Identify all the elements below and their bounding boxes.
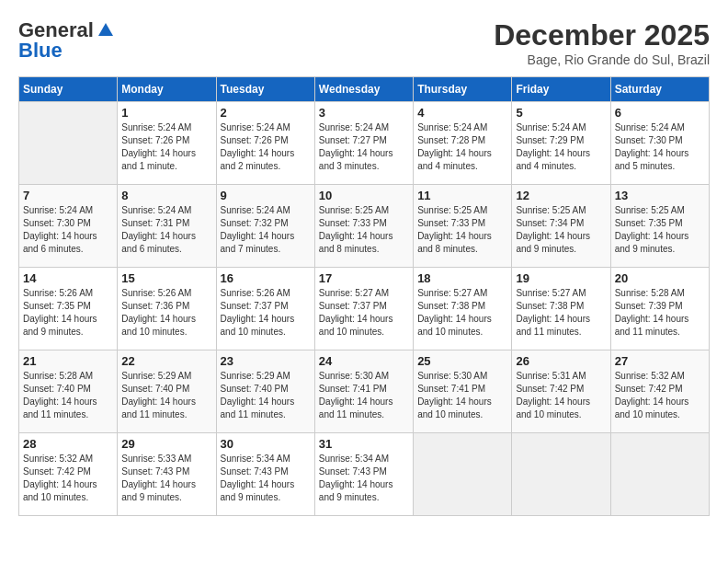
day-cell: 3Sunrise: 5:24 AMSunset: 7:27 PMDaylight… xyxy=(314,102,413,185)
day-cell: 31Sunrise: 5:34 AMSunset: 7:43 PMDayligh… xyxy=(314,433,413,516)
day-info: Sunrise: 5:26 AMSunset: 7:36 PMDaylight:… xyxy=(121,287,211,339)
day-cell: 12Sunrise: 5:25 AMSunset: 7:34 PMDayligh… xyxy=(512,185,610,268)
day-info: Sunrise: 5:25 AMSunset: 7:33 PMDaylight:… xyxy=(319,204,409,256)
day-info: Sunrise: 5:33 AMSunset: 7:43 PMDaylight:… xyxy=(121,453,211,504)
day-info: Sunrise: 5:27 AMSunset: 7:38 PMDaylight:… xyxy=(516,287,606,339)
title-area: December 2025 Bage, Rio Grande do Sul, B… xyxy=(494,18,710,67)
day-info: Sunrise: 5:25 AMSunset: 7:34 PMDaylight:… xyxy=(516,204,606,256)
day-number: 2 xyxy=(221,106,311,120)
day-info: Sunrise: 5:29 AMSunset: 7:40 PMDaylight:… xyxy=(221,370,311,421)
day-number: 28 xyxy=(23,437,113,451)
day-number: 19 xyxy=(516,271,606,285)
day-number: 25 xyxy=(417,354,507,368)
day-number: 4 xyxy=(417,106,507,120)
day-number: 29 xyxy=(121,437,211,451)
day-cell: 6Sunrise: 5:24 AMSunset: 7:30 PMDaylight… xyxy=(610,102,709,185)
day-info: Sunrise: 5:32 AMSunset: 7:42 PMDaylight:… xyxy=(23,453,113,504)
day-info: Sunrise: 5:27 AMSunset: 7:38 PMDaylight:… xyxy=(417,287,507,339)
day-info: Sunrise: 5:25 AMSunset: 7:35 PMDaylight:… xyxy=(615,204,705,256)
day-cell: 29Sunrise: 5:33 AMSunset: 7:43 PMDayligh… xyxy=(118,433,216,516)
day-number: 20 xyxy=(615,271,705,285)
day-cell: 1Sunrise: 5:24 AMSunset: 7:26 PMDaylight… xyxy=(118,102,216,185)
day-info: Sunrise: 5:31 AMSunset: 7:42 PMDaylight:… xyxy=(516,370,606,421)
day-number: 14 xyxy=(23,271,113,285)
week-row-5: 28Sunrise: 5:32 AMSunset: 7:42 PMDayligh… xyxy=(19,433,710,516)
calendar-title: December 2025 xyxy=(494,18,710,52)
day-number: 1 xyxy=(121,106,211,120)
header-cell-thursday: Thursday xyxy=(414,77,512,102)
day-number: 18 xyxy=(417,271,507,285)
page-header: General Blue December 2025 Bage, Rio Gra… xyxy=(18,18,710,67)
day-info: Sunrise: 5:26 AMSunset: 7:37 PMDaylight:… xyxy=(221,287,311,339)
calendar-subtitle: Bage, Rio Grande do Sul, Brazil xyxy=(494,52,710,67)
day-number: 13 xyxy=(615,189,705,202)
week-row-4: 21Sunrise: 5:28 AMSunset: 7:40 PMDayligh… xyxy=(19,350,710,433)
day-info: Sunrise: 5:34 AMSunset: 7:43 PMDaylight:… xyxy=(221,453,311,504)
day-number: 9 xyxy=(221,189,311,202)
day-info: Sunrise: 5:28 AMSunset: 7:40 PMDaylight:… xyxy=(23,370,113,421)
day-cell: 20Sunrise: 5:28 AMSunset: 7:39 PMDayligh… xyxy=(610,268,709,350)
day-number: 11 xyxy=(417,189,507,202)
day-cell: 9Sunrise: 5:24 AMSunset: 7:32 PMDaylight… xyxy=(216,185,314,268)
day-cell: 23Sunrise: 5:29 AMSunset: 7:40 PMDayligh… xyxy=(216,350,314,433)
header-cell-friday: Friday xyxy=(512,77,610,102)
day-number: 31 xyxy=(319,437,409,451)
day-cell: 16Sunrise: 5:26 AMSunset: 7:37 PMDayligh… xyxy=(216,268,314,350)
week-row-2: 7Sunrise: 5:24 AMSunset: 7:30 PMDaylight… xyxy=(19,185,710,268)
header-cell-monday: Monday xyxy=(118,77,216,102)
day-number: 23 xyxy=(221,354,311,368)
logo-blue-text: Blue xyxy=(18,39,63,63)
day-cell: 10Sunrise: 5:25 AMSunset: 7:33 PMDayligh… xyxy=(314,185,413,268)
day-info: Sunrise: 5:28 AMSunset: 7:39 PMDaylight:… xyxy=(615,287,705,339)
day-number: 26 xyxy=(516,354,606,368)
header-cell-sunday: Sunday xyxy=(19,77,118,102)
day-info: Sunrise: 5:24 AMSunset: 7:26 PMDaylight:… xyxy=(121,121,211,173)
day-info: Sunrise: 5:30 AMSunset: 7:41 PMDaylight:… xyxy=(417,370,507,421)
day-info: Sunrise: 5:24 AMSunset: 7:30 PMDaylight:… xyxy=(23,204,113,256)
day-cell: 19Sunrise: 5:27 AMSunset: 7:38 PMDayligh… xyxy=(512,268,610,350)
day-info: Sunrise: 5:25 AMSunset: 7:33 PMDaylight:… xyxy=(417,204,507,256)
day-number: 27 xyxy=(615,354,705,368)
day-info: Sunrise: 5:24 AMSunset: 7:31 PMDaylight:… xyxy=(121,204,211,256)
day-cell: 27Sunrise: 5:32 AMSunset: 7:42 PMDayligh… xyxy=(610,350,709,433)
day-number: 6 xyxy=(615,106,705,120)
day-cell: 25Sunrise: 5:30 AMSunset: 7:41 PMDayligh… xyxy=(414,350,512,433)
week-row-1: 1Sunrise: 5:24 AMSunset: 7:26 PMDaylight… xyxy=(19,102,710,185)
day-info: Sunrise: 5:24 AMSunset: 7:28 PMDaylight:… xyxy=(417,121,507,173)
day-info: Sunrise: 5:24 AMSunset: 7:29 PMDaylight:… xyxy=(516,121,606,173)
day-info: Sunrise: 5:24 AMSunset: 7:32 PMDaylight:… xyxy=(221,204,311,256)
day-number: 15 xyxy=(121,271,211,285)
day-number: 12 xyxy=(516,189,606,202)
day-info: Sunrise: 5:34 AMSunset: 7:43 PMDaylight:… xyxy=(319,453,409,504)
day-number: 8 xyxy=(121,189,211,202)
logo: General Blue xyxy=(18,18,115,63)
calendar-body: 1Sunrise: 5:24 AMSunset: 7:26 PMDaylight… xyxy=(19,102,710,516)
header-cell-tuesday: Tuesday xyxy=(216,77,314,102)
day-info: Sunrise: 5:32 AMSunset: 7:42 PMDaylight:… xyxy=(615,370,705,421)
header-cell-wednesday: Wednesday xyxy=(314,77,413,102)
day-cell: 22Sunrise: 5:29 AMSunset: 7:40 PMDayligh… xyxy=(118,350,216,433)
day-cell: 11Sunrise: 5:25 AMSunset: 7:33 PMDayligh… xyxy=(414,185,512,268)
day-cell: 28Sunrise: 5:32 AMSunset: 7:42 PMDayligh… xyxy=(19,433,118,516)
day-cell: 18Sunrise: 5:27 AMSunset: 7:38 PMDayligh… xyxy=(414,268,512,350)
day-info: Sunrise: 5:26 AMSunset: 7:35 PMDaylight:… xyxy=(23,287,113,339)
day-number: 21 xyxy=(23,354,113,368)
day-cell xyxy=(414,433,512,516)
day-cell: 24Sunrise: 5:30 AMSunset: 7:41 PMDayligh… xyxy=(314,350,413,433)
day-number: 3 xyxy=(319,106,409,120)
day-cell xyxy=(512,433,610,516)
calendar-header-row: SundayMondayTuesdayWednesdayThursdayFrid… xyxy=(19,77,710,102)
day-cell: 15Sunrise: 5:26 AMSunset: 7:36 PMDayligh… xyxy=(118,268,216,350)
day-cell xyxy=(610,433,709,516)
day-cell: 8Sunrise: 5:24 AMSunset: 7:31 PMDaylight… xyxy=(118,185,216,268)
day-number: 17 xyxy=(319,271,409,285)
day-info: Sunrise: 5:24 AMSunset: 7:26 PMDaylight:… xyxy=(221,121,311,173)
calendar-table: SundayMondayTuesdayWednesdayThursdayFrid… xyxy=(18,76,710,516)
day-number: 5 xyxy=(516,106,606,120)
day-number: 24 xyxy=(319,354,409,368)
day-cell: 14Sunrise: 5:26 AMSunset: 7:35 PMDayligh… xyxy=(19,268,118,350)
day-number: 16 xyxy=(221,271,311,285)
day-cell: 7Sunrise: 5:24 AMSunset: 7:30 PMDaylight… xyxy=(19,185,118,268)
day-info: Sunrise: 5:27 AMSunset: 7:37 PMDaylight:… xyxy=(319,287,409,339)
day-cell: 21Sunrise: 5:28 AMSunset: 7:40 PMDayligh… xyxy=(19,350,118,433)
